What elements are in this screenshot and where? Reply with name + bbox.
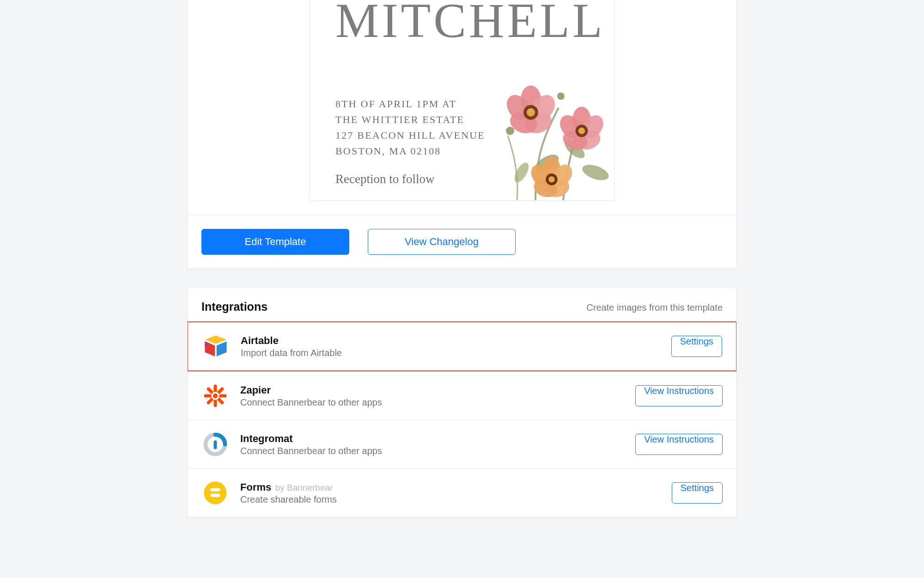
template-panel: MITCHELL 8TH OF APRIL 1PM AT THE WHITTIE… [187,0,737,269]
forms-icon [201,479,229,507]
svg-marker-27 [205,336,226,344]
integration-title: Integromat [240,433,624,445]
integration-description: Connect Bannerbear to other apps [240,446,624,456]
invitation-reception: Reception to follow [335,172,589,186]
zapier-icon [201,382,229,410]
integrations-panel: Integrations Create images from this tem… [187,288,737,517]
svg-rect-34 [219,394,227,398]
template-actions: Edit Template View Changelog [188,215,736,269]
invitation-headline: MITCHELL [335,0,589,45]
svg-rect-42 [214,441,217,449]
integrations-header: Integrations Create images from this tem… [188,288,736,322]
svg-point-40 [213,394,218,399]
svg-rect-44 [211,488,220,492]
integration-title: Airtable [241,335,660,347]
integration-title: Forms [240,481,271,493]
svg-rect-31 [214,385,217,393]
integrations-title: Integrations [201,300,267,314]
view-changelog-button[interactable]: View Changelog [368,229,516,255]
airtable-settings-button[interactable]: Settings [671,336,722,357]
svg-point-43 [204,482,227,504]
integration-description: Connect Bannerbear to other apps [240,397,624,408]
svg-rect-33 [204,394,213,398]
svg-marker-29 [217,342,227,357]
integration-row-zapier[interactable]: Zapier Connect Bannerbear to other apps … [188,371,736,420]
integration-by-tag: by Bannerbear [275,483,333,492]
zapier-instructions-button[interactable]: View Instructions [635,385,723,406]
integration-description: Create shareable forms [240,494,661,505]
integration-description: Import data from Airtable [241,348,660,358]
svg-rect-32 [214,399,217,407]
integromat-instructions-button[interactable]: View Instructions [635,434,723,455]
invitation-card: MITCHELL 8TH OF APRIL 1PM AT THE WHITTIE… [310,0,614,201]
edit-template-button[interactable]: Edit Template [201,229,349,255]
invitation-details: 8TH OF APRIL 1PM AT THE WHITTIER ESTATE … [335,96,589,159]
integrations-subtitle: Create images from this template [586,302,723,313]
integration-row-airtable[interactable]: Airtable Import data from Airtable Setti… [187,321,737,371]
invitation-detail-line: 127 BEACON HILL AVENUE [335,128,589,143]
integromat-icon [201,430,229,458]
airtable-icon [202,332,230,360]
integration-title: Zapier [240,384,624,396]
integration-row-integromat[interactable]: Integromat Connect Bannerbear to other a… [188,420,736,468]
template-preview: MITCHELL 8TH OF APRIL 1PM AT THE WHITTIE… [188,0,736,215]
svg-rect-45 [211,494,220,497]
integration-row-forms[interactable]: Forms by Bannerbear Create shareable for… [188,468,736,517]
invitation-detail-line: BOSTON, MA 02108 [335,143,589,159]
invitation-detail-line: THE WHITTIER ESTATE [335,112,589,128]
invitation-detail-line: 8TH OF APRIL 1PM AT [335,96,589,112]
forms-settings-button[interactable]: Settings [672,482,723,504]
